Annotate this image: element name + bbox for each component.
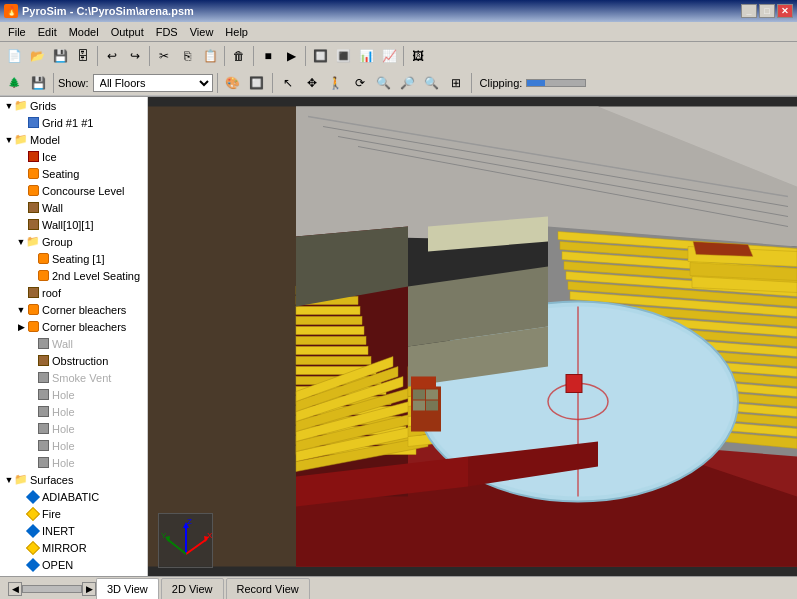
- fire-icon: [26, 507, 40, 521]
- walk-btn[interactable]: 🚶: [325, 72, 347, 94]
- tree-item-ice[interactable]: Ice: [0, 148, 147, 165]
- tree-item-wall2[interactable]: Wall[10][1]: [0, 216, 147, 233]
- main-layout: ▼ 📁 Grids Grid #1 #1 ▼ 📁 Model Ice: [0, 97, 797, 576]
- tree-item-corner2[interactable]: ▶ Corner bleachers: [0, 318, 147, 335]
- tree-item-hole4[interactable]: Hole: [0, 437, 147, 454]
- window-controls[interactable]: _ □ ✕: [741, 4, 793, 18]
- tree-item-hole3[interactable]: Hole: [0, 420, 147, 437]
- tree-item-roof[interactable]: roof: [0, 284, 147, 301]
- roof-icon: [26, 286, 40, 300]
- scroll-left[interactable]: ◀ ▶: [8, 582, 96, 596]
- group-label: Group: [42, 236, 73, 248]
- play-button[interactable]: ▶: [280, 45, 302, 67]
- expand-corner1[interactable]: ▼: [16, 305, 26, 315]
- tree-item-adiabatic[interactable]: ADIABATIC: [0, 488, 147, 505]
- render-btn[interactable]: 🎨: [222, 72, 244, 94]
- tree-item-hole5[interactable]: Hole: [0, 454, 147, 471]
- expand-corner2[interactable]: ▶: [16, 322, 26, 332]
- tree-item-grid1[interactable]: Grid #1 #1: [0, 114, 147, 131]
- orbit-btn[interactable]: ⟳: [349, 72, 371, 94]
- hole4-label: Hole: [52, 440, 75, 452]
- grid1-icon: [26, 116, 40, 130]
- zoom-out-btn[interactable]: 🔍: [421, 72, 443, 94]
- expand-surfaces[interactable]: ▼: [4, 475, 14, 485]
- roof-label: roof: [42, 287, 61, 299]
- tree-item-grids[interactable]: ▼ 📁 Grids: [0, 97, 147, 114]
- zoom-btn[interactable]: 🔍: [373, 72, 395, 94]
- close-button[interactable]: ✕: [777, 4, 793, 18]
- tree-item-open[interactable]: OPEN: [0, 556, 147, 573]
- wall2-icon: [26, 218, 40, 232]
- corner1-icon: [26, 303, 40, 317]
- zoom-in-btn[interactable]: 🔎: [397, 72, 419, 94]
- copy-button[interactable]: ⎘: [176, 45, 198, 67]
- svg-rect-25: [296, 317, 362, 325]
- viewport[interactable]: Z X Y: [148, 97, 797, 576]
- sim4-button[interactable]: 📈: [378, 45, 400, 67]
- menu-output[interactable]: Output: [105, 24, 150, 40]
- tree-item-smokevent[interactable]: Smoke Vent: [0, 369, 147, 386]
- view3d-button[interactable]: 🖼: [407, 45, 429, 67]
- tree-item-inert[interactable]: INERT: [0, 522, 147, 539]
- save-button[interactable]: 💾: [49, 45, 71, 67]
- seating3-icon: [36, 269, 50, 283]
- scroll-right-btn[interactable]: ▶: [82, 582, 96, 596]
- smokevent-label: Smoke Vent: [52, 372, 111, 384]
- paste-button[interactable]: 📋: [199, 45, 221, 67]
- fit-btn[interactable]: ⊞: [445, 72, 467, 94]
- pan-btn[interactable]: ✥: [301, 72, 323, 94]
- tree-item-model[interactable]: ▼ 📁 Model: [0, 131, 147, 148]
- expand-grids[interactable]: ▼: [4, 101, 14, 111]
- cut-button[interactable]: ✂: [153, 45, 175, 67]
- tree-item-hole2[interactable]: Hole: [0, 403, 147, 420]
- tree-item-wall3[interactable]: Wall: [0, 335, 147, 352]
- tree-item-mirror[interactable]: MIRROR: [0, 539, 147, 556]
- scene-svg: [148, 97, 797, 576]
- tree-toggle[interactable]: 🌲: [3, 72, 25, 94]
- menu-help[interactable]: Help: [219, 24, 254, 40]
- sim2-button[interactable]: 🔳: [332, 45, 354, 67]
- expand-group[interactable]: ▼: [16, 237, 26, 247]
- cursor-btn[interactable]: ↖: [277, 72, 299, 94]
- tab-3d-view[interactable]: 3D View: [96, 578, 159, 600]
- save-as-button[interactable]: 🗄: [72, 45, 94, 67]
- undo-button[interactable]: ↩: [101, 45, 123, 67]
- expand-model[interactable]: ▼: [4, 135, 14, 145]
- sim3-button[interactable]: 📊: [355, 45, 377, 67]
- open-button[interactable]: 📂: [26, 45, 48, 67]
- tree-item-seating2[interactable]: Seating [1]: [0, 250, 147, 267]
- redo-button[interactable]: ↪: [124, 45, 146, 67]
- menu-model[interactable]: Model: [63, 24, 105, 40]
- hole3-label: Hole: [52, 423, 75, 435]
- scroll-left-btn[interactable]: ◀: [8, 582, 22, 596]
- tree-item-wall1[interactable]: Wall: [0, 199, 147, 216]
- save-view-button[interactable]: 💾: [27, 72, 49, 94]
- stop-button[interactable]: ■: [257, 45, 279, 67]
- tree-item-corner1[interactable]: ▼ Corner bleachers: [0, 301, 147, 318]
- minimize-button[interactable]: _: [741, 4, 757, 18]
- svg-line-93: [167, 539, 186, 554]
- tree-item-surfaces[interactable]: ▼ 📁 Surfaces: [0, 471, 147, 488]
- tree-item-seating3[interactable]: 2nd Level Seating: [0, 267, 147, 284]
- tree-item-fire[interactable]: Fire: [0, 505, 147, 522]
- new-button[interactable]: 📄: [3, 45, 25, 67]
- maximize-button[interactable]: □: [759, 4, 775, 18]
- menu-file[interactable]: File: [2, 24, 32, 40]
- tree-item-group[interactable]: ▼ 📁 Group: [0, 233, 147, 250]
- menu-view[interactable]: View: [184, 24, 220, 40]
- hole5-icon: [36, 456, 50, 470]
- tab-2d-view[interactable]: 2D View: [161, 578, 224, 600]
- tree-item-seating1[interactable]: Seating: [0, 165, 147, 182]
- menu-fds[interactable]: FDS: [150, 24, 184, 40]
- wire-btn[interactable]: 🔲: [246, 72, 268, 94]
- menu-edit[interactable]: Edit: [32, 24, 63, 40]
- tab-record-view[interactable]: Record View: [226, 578, 310, 600]
- tree-item-hole1[interactable]: Hole: [0, 386, 147, 403]
- svg-rect-22: [296, 347, 368, 355]
- tree-item-concourse[interactable]: Concourse Level: [0, 182, 147, 199]
- sim1-button[interactable]: 🔲: [309, 45, 331, 67]
- floor-select[interactable]: All Floors: [93, 74, 213, 92]
- delete-button[interactable]: 🗑: [228, 45, 250, 67]
- model-icon: 📁: [14, 133, 28, 147]
- tree-item-obstruction[interactable]: Obstruction: [0, 352, 147, 369]
